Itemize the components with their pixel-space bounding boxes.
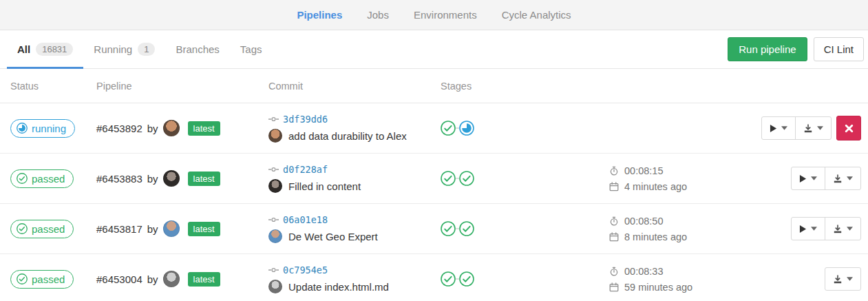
artifacts-dropdown[interactable] <box>795 117 831 139</box>
row-actions-group <box>791 217 861 240</box>
play-icon <box>770 124 777 133</box>
stage-passed-icon[interactable] <box>441 221 456 236</box>
latest-badge: latest <box>188 172 220 186</box>
nav-tab-pipelines[interactable]: Pipelines <box>297 9 342 21</box>
cancel-pipeline-button[interactable] <box>836 116 861 141</box>
artifacts-dropdown[interactable] <box>825 268 860 290</box>
avatar[interactable] <box>163 220 180 237</box>
pipeline-id-link[interactable]: #6453817 <box>96 223 142 235</box>
commit-icon <box>268 116 279 123</box>
commit-message[interactable]: add data durability to Alex <box>288 130 407 142</box>
commit-icon <box>268 166 279 173</box>
commit-cell: 0c7954e5 Update index.html.md <box>268 264 441 293</box>
commit-sha-link[interactable]: 3df39dd6 <box>283 114 328 125</box>
pipeline-id-link[interactable]: #6453892 <box>96 123 142 134</box>
filter-bar-actions: Run pipeline CI Lint <box>728 37 864 61</box>
commit-sha-link[interactable]: 0c7954e5 <box>283 264 328 276</box>
artifacts-dropdown[interactable] <box>825 218 860 240</box>
stage-running-icon[interactable] <box>459 121 474 136</box>
by-label: by <box>147 173 158 185</box>
status-badge-passed[interactable]: passed <box>10 270 74 289</box>
pipeline-cell: #6453892 by latest <box>96 120 268 136</box>
avatar[interactable] <box>268 129 282 143</box>
filter-tab-tags[interactable]: Tags <box>230 30 273 68</box>
artifacts-dropdown[interactable] <box>825 167 860 189</box>
nav-tab-environments[interactable]: Environments <box>414 9 477 21</box>
pipeline-duration: 00:08:33 <box>624 266 663 277</box>
actions-cell <box>730 167 861 190</box>
ci-lint-button[interactable]: CI Lint <box>814 37 864 61</box>
pipeline-finished-ago: 4 minutes ago <box>624 181 687 192</box>
status-cell: passed <box>7 220 96 238</box>
commit-sha-link[interactable]: d0f228af <box>283 164 328 175</box>
pipeline-id-link[interactable]: #6453004 <box>96 273 142 285</box>
chevron-down-icon <box>847 227 853 231</box>
row-actions-group <box>791 167 861 190</box>
run-pipeline-button[interactable]: Run pipeline <box>728 37 807 61</box>
status-label: passed <box>32 223 65 235</box>
project-nav: Pipelines Jobs Environments Cycle Analyt… <box>0 0 868 30</box>
passed-icon <box>17 273 28 284</box>
row-actions-group <box>825 267 861 291</box>
avatar[interactable] <box>268 229 282 243</box>
pipeline-id-link[interactable]: #6453883 <box>96 173 142 185</box>
chevron-down-icon <box>811 176 817 180</box>
header-status: Status <box>7 81 96 92</box>
avatar[interactable] <box>268 179 282 193</box>
commit-sha-link[interactable]: 06a01e18 <box>283 214 328 225</box>
download-icon <box>803 123 813 133</box>
stage-passed-icon[interactable] <box>459 171 474 186</box>
manual-actions-dropdown[interactable] <box>762 117 795 139</box>
status-label: running <box>32 123 66 134</box>
avatar[interactable] <box>163 271 180 287</box>
commit-cell: 06a01e18 De Wet Geo Expert <box>268 214 441 243</box>
latest-badge: latest <box>188 272 220 287</box>
commit-cell: d0f228af Filled in content <box>268 164 441 193</box>
time-cell: 00:08:33 59 minutes ago <box>609 266 730 293</box>
commit-message[interactable]: Filled in content <box>288 180 361 192</box>
manual-actions-dropdown[interactable] <box>792 218 825 240</box>
passed-icon <box>17 173 28 184</box>
stage-passed-icon[interactable] <box>441 271 456 287</box>
status-badge-passed[interactable]: passed <box>10 220 74 238</box>
latest-badge: latest <box>188 222 220 236</box>
avatar[interactable] <box>163 170 180 187</box>
stage-passed-icon[interactable] <box>459 271 474 287</box>
manual-actions-dropdown[interactable] <box>792 167 825 189</box>
avatar[interactable] <box>163 120 180 136</box>
stage-passed-icon[interactable] <box>441 121 456 136</box>
stage-passed-icon[interactable] <box>441 171 456 186</box>
commit-message[interactable]: De Wet Geo Expert <box>288 231 378 242</box>
filter-tab-running[interactable]: Running 1 <box>83 30 165 68</box>
filter-tab-all[interactable]: All 16831 <box>7 30 83 68</box>
by-label: by <box>147 223 158 235</box>
stages-cell <box>441 121 609 136</box>
play-icon <box>799 174 807 183</box>
calendar-icon <box>609 232 619 242</box>
calendar-icon <box>609 282 619 292</box>
status-label: passed <box>32 173 65 185</box>
nav-tab-cycle-analytics[interactable]: Cycle Analytics <box>502 9 571 21</box>
status-badge-running[interactable]: running <box>10 119 75 138</box>
pipeline-row: passed #6453817 by latest 06a01e18 De We… <box>0 204 868 254</box>
close-icon <box>845 124 854 133</box>
row-actions-group <box>761 116 832 140</box>
filter-tab-running-label: Running <box>94 43 132 55</box>
chevron-down-icon <box>817 126 823 130</box>
stage-passed-icon[interactable] <box>459 221 474 236</box>
filter-tab-running-count: 1 <box>138 43 155 56</box>
actions-cell <box>730 217 861 240</box>
header-pipeline: Pipeline <box>96 81 268 92</box>
filter-tab-branches[interactable]: Branches <box>165 30 229 68</box>
stages-cell <box>441 221 609 236</box>
pipeline-finished-ago: 59 minutes ago <box>624 282 692 293</box>
latest-badge: latest <box>188 121 220 136</box>
actions-cell <box>730 116 861 141</box>
filter-tab-all-label: All <box>17 43 30 55</box>
filter-tab-all-count: 16831 <box>36 43 73 56</box>
status-badge-passed[interactable]: passed <box>10 169 74 188</box>
calendar-icon <box>609 182 619 191</box>
nav-tab-jobs[interactable]: Jobs <box>367 9 389 21</box>
commit-message[interactable]: Update index.html.md <box>288 281 389 293</box>
avatar[interactable] <box>268 280 282 293</box>
